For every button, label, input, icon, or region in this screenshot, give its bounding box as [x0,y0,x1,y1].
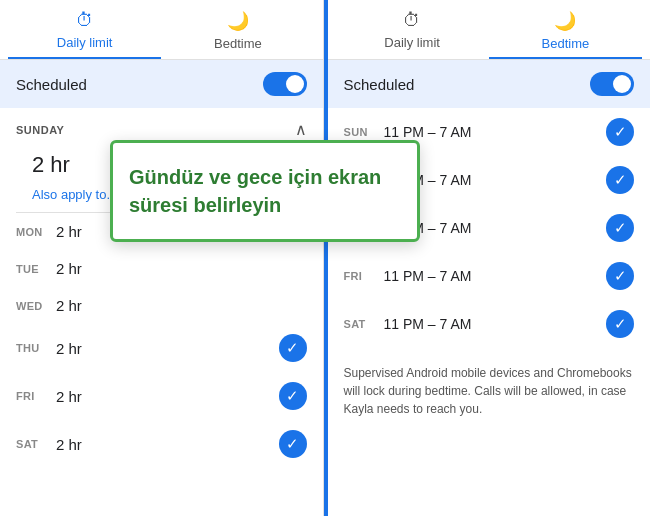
day-abbr: THU [16,342,44,354]
chevron-up-icon: ∧ [295,120,307,139]
right-panel: ⏱ Daily limit 🌙 Bedtime Scheduled SUN11 … [328,0,651,516]
tab-bedtime-left[interactable]: 🌙 Bedtime [161,0,314,59]
day-row: WED2 hr [0,287,323,324]
tab-daily-limit-left[interactable]: ⏱ Daily limit [8,0,161,59]
left-panel: ⏱ Daily limit 🌙 Bedtime Scheduled SUNDAY… [0,0,324,516]
scheduled-toggle-left[interactable] [263,72,307,96]
bedtime-day-abbr: SAT [344,318,372,330]
day-row: SAT2 hr✓ [0,420,323,468]
day-row: TUE2 hr [0,250,323,287]
checkmark-icon[interactable]: ✓ [279,334,307,362]
bedtime-day-abbr: FRI [344,270,372,282]
tab-daily-limit-right-label: Daily limit [384,35,440,50]
day-abbr: TUE [16,263,44,275]
day-hours: 2 hr [56,340,267,357]
sunday-label: SUNDAY [16,124,64,136]
bedtime-day-row: SAT11 PM – 7 AM✓ [328,300,651,348]
bedtime-checkmark-icon[interactable]: ✓ [606,262,634,290]
day-abbr: FRI [16,390,44,402]
right-tabs: ⏱ Daily limit 🌙 Bedtime [328,0,651,60]
scheduled-row-left: Scheduled [0,60,323,108]
day-abbr: WED [16,300,44,312]
left-tabs: ⏱ Daily limit 🌙 Bedtime [0,0,323,60]
tab-daily-limit-left-label: Daily limit [57,35,113,50]
scheduled-toggle-right[interactable] [590,72,634,96]
timer-icon-left: ⏱ [76,10,94,31]
moon-icon-left: 🌙 [227,10,249,32]
checkmark-icon[interactable]: ✓ [279,382,307,410]
day-rows-left: MON2 hrTUE2 hrWED2 hrTHU2 hr✓FRI2 hr✓SAT… [0,213,323,468]
footer-note: Supervised Android mobile devices and Ch… [328,352,651,430]
checkmark-icon[interactable]: ✓ [279,430,307,458]
overlay-text: Gündüz ve gece için ekran süresi belirle… [129,166,381,216]
day-abbr: MON [16,226,44,238]
overlay-tooltip: Gündüz ve gece için ekran süresi belirle… [110,140,420,242]
timer-icon-right: ⏱ [403,10,421,31]
bedtime-day-abbr: SUN [344,126,372,138]
bedtime-checkmark-icon[interactable]: ✓ [606,166,634,194]
day-row: THU2 hr✓ [0,324,323,372]
moon-icon-right: 🌙 [554,10,576,32]
bedtime-day-row: FRI11 PM – 7 AM✓ [328,252,651,300]
bedtime-time: 11 PM – 7 AM [384,268,595,284]
tab-bedtime-right-label: Bedtime [542,36,590,51]
day-abbr: SAT [16,438,44,450]
day-row: FRI2 hr✓ [0,372,323,420]
scheduled-label-left: Scheduled [16,76,87,93]
scheduled-row-right: Scheduled [328,60,651,108]
day-hours: 2 hr [56,260,307,277]
bedtime-checkmark-icon[interactable]: ✓ [606,118,634,146]
bedtime-checkmark-icon[interactable]: ✓ [606,310,634,338]
bedtime-time: 11 PM – 7 AM [384,124,595,140]
tab-bedtime-right[interactable]: 🌙 Bedtime [489,0,642,59]
day-hours: 2 hr [56,436,267,453]
day-hours: 2 hr [56,297,307,314]
tab-daily-limit-right[interactable]: ⏱ Daily limit [336,0,489,59]
bedtime-checkmark-icon[interactable]: ✓ [606,214,634,242]
scheduled-label-right: Scheduled [344,76,415,93]
tab-bedtime-left-label: Bedtime [214,36,262,51]
day-hours: 2 hr [56,388,267,405]
bedtime-time: 11 PM – 7 AM [384,316,595,332]
